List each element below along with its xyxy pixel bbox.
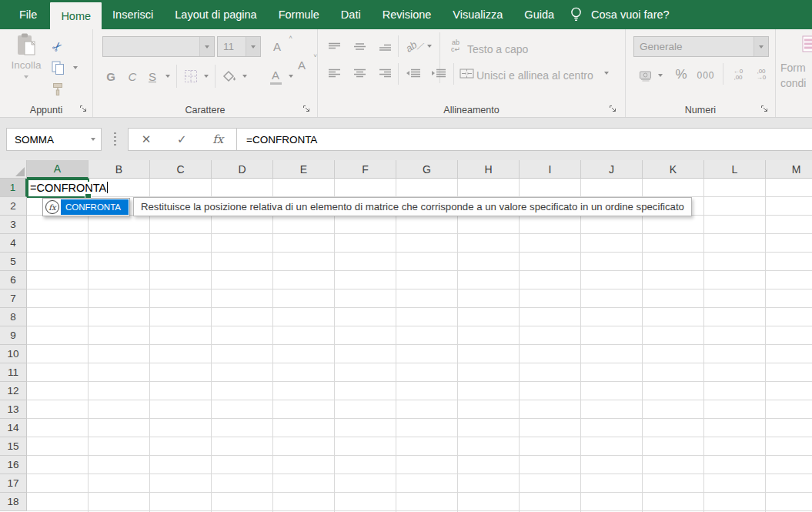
row-header-2[interactable]: 2 xyxy=(0,197,27,216)
increase-font-size-button[interactable]: A˄ xyxy=(267,37,287,55)
align-middle-button[interactable] xyxy=(349,38,369,55)
column-header-i[interactable]: I xyxy=(520,160,581,179)
align-bottom-button[interactable] xyxy=(375,38,395,55)
row-header-10[interactable]: 10 xyxy=(0,345,27,363)
autocomplete-item-confronta[interactable]: CONFRONTA xyxy=(61,199,129,215)
formula-input[interactable]: =CONFRONTA xyxy=(236,128,812,151)
comma-style-button[interactable]: 000 xyxy=(693,66,718,85)
column-header-j[interactable]: J xyxy=(581,160,643,179)
font-color-chevron-icon[interactable] xyxy=(289,75,293,78)
align-top-button[interactable] xyxy=(324,38,344,55)
select-all-button[interactable] xyxy=(0,160,27,179)
name-box-dropdown-icon[interactable] xyxy=(85,138,101,141)
column-header-e[interactable]: E xyxy=(273,160,335,179)
wrap-text-button[interactable]: abc↵ xyxy=(447,37,464,55)
tab-file[interactable]: File xyxy=(6,0,50,29)
numeri-dialog-launcher-icon[interactable] xyxy=(760,105,769,113)
row-header-16[interactable]: 16 xyxy=(0,456,27,474)
cut-button[interactable]: ✂ xyxy=(48,37,68,55)
tab-home[interactable]: Home xyxy=(50,2,102,29)
row-header-8[interactable]: 8 xyxy=(0,308,27,326)
orientation-button[interactable]: ab ⟋ xyxy=(404,37,424,55)
row-header-14[interactable]: 14 xyxy=(0,419,27,437)
bold-button[interactable]: G xyxy=(101,66,121,86)
tab-revisione[interactable]: Revisione xyxy=(372,0,443,29)
column-header-m[interactable]: M xyxy=(766,160,812,179)
accounting-chevron-icon[interactable] xyxy=(658,74,663,77)
carattere-dialog-launcher-icon[interactable] xyxy=(302,105,311,113)
column-header-k[interactable]: K xyxy=(643,160,704,179)
row-header-6[interactable]: 6 xyxy=(0,271,27,289)
row-header-9[interactable]: 9 xyxy=(0,326,27,345)
row-header-11[interactable]: 11 xyxy=(0,363,27,382)
row-header-12[interactable]: 12 xyxy=(0,382,27,400)
increase-indent-button[interactable] xyxy=(428,65,449,82)
increase-decimal-button[interactable]: ←0 ,00 xyxy=(727,65,749,84)
font-name-select[interactable] xyxy=(102,36,215,57)
row-header-7[interactable]: 7 xyxy=(0,289,27,308)
column-header-a[interactable]: A xyxy=(27,160,89,179)
fill-color-button[interactable] xyxy=(219,66,239,86)
accounting-format-button[interactable] xyxy=(637,66,655,85)
align-right-button[interactable] xyxy=(375,65,395,82)
column-header-b[interactable]: B xyxy=(89,160,150,179)
row-header-13[interactable]: 13 xyxy=(0,400,27,419)
align-center-button[interactable] xyxy=(349,65,369,82)
merge-center-button[interactable] xyxy=(458,65,475,82)
copy-button[interactable] xyxy=(48,59,68,77)
column-header-l[interactable]: L xyxy=(704,160,766,179)
tab-inserisci[interactable]: Inserisci xyxy=(102,0,164,29)
row-header-18[interactable]: 18 xyxy=(0,493,27,511)
column-header-f[interactable]: F xyxy=(335,160,396,179)
row-header-1[interactable]: 1 xyxy=(0,179,27,197)
enter-button[interactable]: ✓ xyxy=(177,132,187,146)
align-left-button[interactable] xyxy=(324,65,344,82)
font-size-select[interactable]: 11 xyxy=(217,36,261,57)
decrease-indent-button[interactable] xyxy=(403,65,424,82)
active-cell-a1[interactable]: =CONFRONTA xyxy=(27,179,89,198)
tab-layout-di-pagina[interactable]: Layout di pagina xyxy=(164,0,267,29)
allineamento-dialog-launcher-icon[interactable] xyxy=(609,105,617,113)
tab-visualizza[interactable]: Visualizza xyxy=(442,0,513,29)
tab-formule[interactable]: Formule xyxy=(268,0,330,29)
merge-center-label[interactable]: Unisci e allinea al centro xyxy=(476,69,593,82)
row-header-5[interactable]: 5 xyxy=(0,253,27,271)
percent-style-button[interactable]: % xyxy=(670,65,692,85)
wrap-text-label[interactable]: Testo a capo xyxy=(467,43,528,55)
orientation-chevron-icon[interactable] xyxy=(427,45,432,48)
name-box[interactable]: SOMMA xyxy=(6,128,102,151)
row-header-4[interactable]: 4 xyxy=(0,234,27,253)
column-header-c[interactable]: C xyxy=(150,160,212,179)
borders-chevron-icon[interactable] xyxy=(204,75,209,78)
column-header-g[interactable]: G xyxy=(396,160,458,179)
row-header-17[interactable]: 17 xyxy=(0,474,27,493)
cancel-button[interactable]: ✕ xyxy=(142,132,152,146)
formula-bar-separator[interactable] xyxy=(114,132,116,146)
row-header-3[interactable]: 3 xyxy=(0,216,27,234)
column-header-d[interactable]: D xyxy=(212,160,273,179)
decrease-decimal-button[interactable]: ,00 →0 xyxy=(750,65,772,84)
tab-guida[interactable]: Guida xyxy=(513,0,565,29)
italic-button[interactable]: C xyxy=(122,66,142,86)
conditional-formatting-label-line2[interactable]: condi xyxy=(780,77,806,89)
tab-dati[interactable]: Dati xyxy=(330,0,372,29)
number-format-select[interactable]: Generale xyxy=(633,36,769,57)
format-painter-button[interactable] xyxy=(48,80,68,99)
insert-function-button[interactable]: fx xyxy=(212,132,223,146)
decrease-font-size-button[interactable]: A˅ xyxy=(292,55,312,74)
tell-me-box[interactable]: Cosa vuoi fare? xyxy=(565,0,670,29)
underline-chevron-icon[interactable] xyxy=(165,75,170,78)
grid-cells[interactable] xyxy=(27,179,812,512)
conditional-formatting-label-line1[interactable]: Form xyxy=(780,62,806,74)
column-header-h[interactable]: H xyxy=(458,160,520,179)
merge-center-chevron-icon[interactable] xyxy=(604,72,609,75)
underline-button[interactable]: S xyxy=(144,66,161,86)
copy-chevron-icon[interactable] xyxy=(73,66,78,69)
fill-color-chevron-icon[interactable] xyxy=(242,75,247,78)
font-color-button[interactable]: A xyxy=(266,65,286,87)
appunti-dialog-launcher-icon[interactable] xyxy=(79,105,88,113)
paste-button[interactable]: Incolla xyxy=(5,32,47,106)
borders-button[interactable] xyxy=(181,66,201,86)
row-header-15[interactable]: 15 xyxy=(0,437,27,456)
conditional-formatting-icon[interactable] xyxy=(802,35,812,52)
